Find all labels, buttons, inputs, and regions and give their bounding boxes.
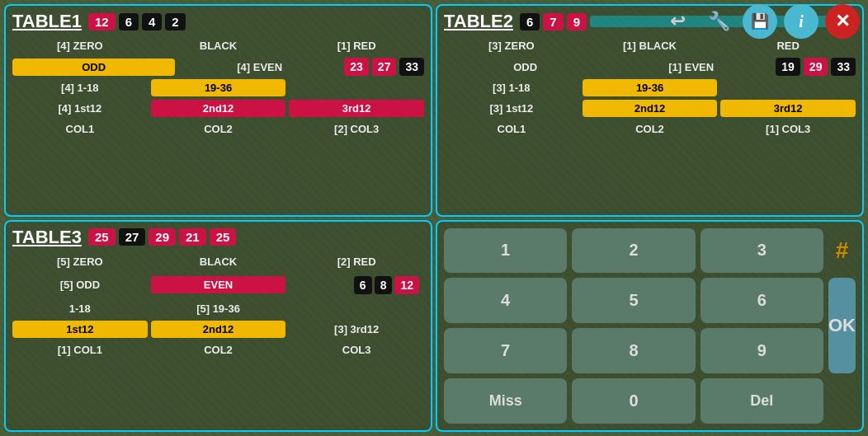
table1-num-33: 33	[399, 58, 424, 76]
info-button[interactable]: i	[784, 4, 818, 39]
table1-row-zero: [4] ZERO BLACK [1] RED	[12, 37, 424, 54]
table1-badge-4: 4	[142, 13, 162, 30]
table1-zero: [4] ZERO	[12, 37, 148, 54]
table3-row-ranges: 1-18 [5] 19-36	[12, 300, 424, 317]
table3-red: [2] RED	[289, 253, 424, 270]
table2-even: [1] EVEN	[610, 59, 772, 76]
table2-red: RED	[720, 37, 856, 54]
table1-even: [4] EVEN	[178, 59, 341, 76]
table3-black: BLACK	[151, 253, 286, 270]
table1-1st12: [4] 1st12	[12, 100, 148, 117]
table2-num-33: 33	[831, 58, 856, 76]
table3-title: TABLE3	[12, 227, 82, 248]
table3-odd: [5] ODD	[12, 276, 148, 293]
table2-row-dozens: [3] 1st12 2nd12 3rd12	[444, 100, 856, 117]
table3-row-odd: [5] ODD EVEN 6 8 12	[12, 274, 424, 297]
close-button[interactable]: ✕	[825, 4, 860, 39]
ok-button[interactable]: OK	[828, 278, 856, 373]
table2-num-19: 19	[776, 58, 800, 76]
table3-row-dozens: 1st12 2nd12 [3] 3rd12	[12, 321, 424, 338]
table3-3rd12: [3] 3rd12	[289, 321, 424, 338]
table1-odd: ODD	[12, 59, 175, 76]
numpad-panel: 1 2 3 # 4 5 6 OK 7 8 9 Miss 0 Del	[436, 220, 864, 433]
table2-row-cols: COL1 COL2 [1] COL3	[444, 120, 856, 138]
table3-col3: COL3	[289, 341, 424, 359]
table3-num-6: 6	[354, 276, 372, 294]
num-1-button[interactable]: 1	[444, 228, 567, 274]
table3-row-cols: [1] COL1 COL2 COL3	[12, 341, 424, 359]
table2-badge-9: 9	[567, 13, 587, 30]
table2-range-empty	[720, 86, 856, 91]
table2-badge-6: 6	[520, 13, 540, 30]
table1-row-dozens: [4] 1st12 2nd12 3rd12	[12, 100, 424, 117]
table3-badge-21: 21	[179, 228, 206, 246]
table2-col3: [1] COL3	[720, 120, 856, 138]
save-button[interactable]: 💾	[743, 4, 777, 39]
table1-num-27: 27	[372, 58, 397, 76]
table3-col1: [1] COL1	[12, 341, 148, 359]
table3-badge-29: 29	[149, 228, 176, 246]
table2-zero: [3] ZERO	[444, 37, 579, 54]
table1-title: TABLE1	[12, 11, 82, 32]
num-9-button[interactable]: 9	[701, 328, 823, 373]
table1-header: TABLE1 12 6 4 2	[12, 11, 424, 32]
hash-button[interactable]: #	[828, 228, 856, 274]
table2-low: [3] 1-18	[444, 79, 579, 96]
table3-zero: [5] ZERO	[12, 253, 148, 270]
table1-col2: COL2	[151, 120, 286, 138]
num-3-button[interactable]: 3	[701, 228, 823, 274]
table1-row-odd: ODD [4] EVEN 23 27 33	[12, 58, 424, 76]
table2-1st12: [3] 1st12	[444, 100, 579, 117]
num-4-button[interactable]: 4	[444, 278, 567, 323]
table3-panel: TABLE3 25 27 29 21 25 [5] ZERO BLACK [2]…	[4, 220, 432, 433]
table1-row-ranges: [4] 1-18 19-36	[12, 79, 424, 96]
table2-row-zero: [3] ZERO [1] BLACK RED	[444, 37, 856, 54]
table1-3rd12: 3rd12	[289, 100, 424, 117]
num-0-button[interactable]: 0	[572, 378, 695, 424]
table3-num-12: 12	[394, 276, 419, 294]
table1-red: [1] RED	[289, 37, 424, 54]
table3-badge-25b: 25	[210, 228, 237, 246]
table2-row-odd: ODD [1] EVEN 19 29 33	[444, 58, 856, 76]
table1-range-empty	[289, 86, 424, 91]
num-8-button[interactable]: 8	[572, 328, 695, 373]
table1-row-cols: COL1 COL2 [2] COL3	[12, 120, 424, 138]
table3-header: TABLE3 25 27 29 21 25	[12, 227, 424, 248]
table1-2nd12: 2nd12	[151, 100, 286, 117]
table2-2nd12: 2nd12	[583, 100, 718, 117]
table2-3rd12: 3rd12	[720, 100, 856, 117]
table1-black: BLACK	[151, 37, 286, 54]
table2-black: [1] BLACK	[583, 37, 718, 54]
table3-2nd12: 2nd12	[151, 321, 286, 338]
wrench-button[interactable]: 🔧	[701, 4, 736, 39]
table1-badge-6: 6	[119, 13, 139, 30]
toolbar: ↩ 🔧 💾 i ✕	[660, 4, 860, 39]
table1-col3: [2] COL3	[289, 120, 424, 138]
num-7-button[interactable]: 7	[444, 328, 567, 373]
table3-nums: 6 8 12	[289, 274, 424, 297]
main-grid: TABLE1 12 6 4 2 [4] ZERO BLACK [1] RED O…	[0, 0, 868, 436]
table2-title: TABLE2	[444, 11, 513, 32]
table2-col1: COL1	[444, 120, 579, 138]
table2-col2: COL2	[583, 120, 718, 138]
table2-odd: ODD	[444, 59, 606, 76]
num-6-button[interactable]: 6	[701, 278, 823, 323]
miss-button[interactable]: Miss	[444, 378, 567, 424]
table3-badge-25a: 25	[88, 228, 116, 246]
del-button[interactable]: Del	[701, 378, 823, 424]
table1-num-23: 23	[344, 58, 369, 76]
table3-num-8: 8	[375, 276, 393, 294]
table3-col2: COL2	[151, 341, 286, 359]
table1-panel: TABLE1 12 6 4 2 [4] ZERO BLACK [1] RED O…	[4, 4, 432, 217]
table2-badge-7: 7	[543, 13, 563, 30]
table1-badge-12: 12	[88, 13, 116, 30]
num-5-button[interactable]: 5	[572, 278, 695, 323]
table2-row-ranges: [3] 1-18 19-36	[444, 79, 856, 96]
table3-range-empty	[289, 306, 424, 311]
table3-high: [5] 19-36	[151, 300, 286, 317]
back-button[interactable]: ↩	[660, 4, 695, 39]
table3-1st12: 1st12	[12, 321, 148, 338]
num-2-button[interactable]: 2	[572, 228, 695, 274]
table2-high: 19-36	[583, 79, 718, 96]
table2-num-29: 29	[804, 58, 828, 76]
